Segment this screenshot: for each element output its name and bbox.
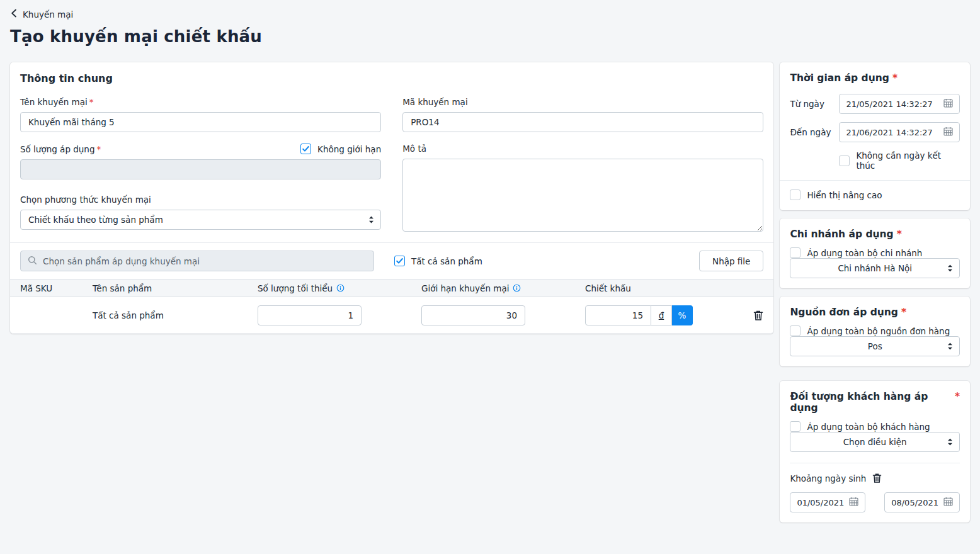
to-date-value: 21/06/2021 14:32:27 [846,128,932,137]
customer-condition-select[interactable]: Chọn điều kiện [790,432,960,452]
no-limit-checkbox-row[interactable]: Không giới hạn [300,144,381,154]
info-icon[interactable] [513,284,521,292]
calendar-icon[interactable] [943,98,953,110]
row-product-name: Tất cả sản phẩm [93,310,258,320]
from-date-label: Từ ngày [790,99,839,109]
col-sku: Mã SKU [20,283,52,293]
order-source-select[interactable]: Pos [790,336,960,356]
description-label: Mô tả [402,144,426,154]
min-qty-input[interactable] [258,305,362,325]
select-arrows-icon [947,264,954,273]
from-date-input[interactable]: 21/05/2021 14:32:27 [839,94,960,114]
time-panel-heading: Thời gian áp dụng [790,72,889,84]
all-sources-label: Áp dụng toàn bộ nguồn đơn hàng [807,326,950,336]
col-discount: Chiết khấu [585,283,631,293]
breadcrumb[interactable]: Khuyến mại [10,9,970,20]
unit-percent-button[interactable]: % [672,305,693,325]
select-arrows-icon [368,215,375,224]
promo-name-label: Tên khuyến mại [20,97,88,107]
branch-panel: Chi nhánh áp dụng * Áp dụng toàn bộ chi … [780,218,970,288]
all-branches-checkbox-row[interactable]: Áp dụng toàn bộ chi nhánh [790,247,960,258]
select-arrows-icon [947,342,954,351]
required-asterisk: * [901,307,906,318]
unit-currency-button[interactable]: đ [651,305,672,325]
calendar-icon[interactable] [943,127,953,138]
search-icon [28,256,37,267]
method-field-group: Chọn phương thức khuyến mại Chiết khấu t… [20,195,381,234]
panel-divider [780,180,970,181]
promo-code-input[interactable] [402,112,763,132]
required-asterisk: * [89,97,94,107]
general-info-heading: Thông tin chung [20,72,763,84]
to-date-input[interactable]: 21/06/2021 14:32:27 [839,122,960,142]
breadcrumb-label[interactable]: Khuyến mại [23,9,73,20]
page-title: Tạo khuyến mại chiết khấu [10,27,970,46]
select-arrows-icon [947,438,954,446]
required-asterisk: * [892,72,897,84]
promo-code-label: Mã khuyến mại [402,97,467,107]
from-date-value: 21/05/2021 14:32:27 [846,99,932,109]
branch-panel-heading: Chi nhánh áp dụng [790,229,893,240]
customer-panel: Đối tượng khách hàng áp dụng * Áp dụng t… [780,381,970,523]
customer-condition-select-value: Chọn điều kiện [798,437,942,447]
product-table-header: Mã SKU Tên sản phẩm Số lượng tối thiểu G… [10,279,773,297]
branch-select[interactable]: Chi nhánh Hà Nội [790,258,960,278]
all-sources-checkbox-row[interactable]: Áp dụng toàn bộ nguồn đơn hàng [790,325,960,336]
discount-input[interactable] [585,305,651,325]
promo-name-input[interactable] [20,112,381,132]
col-min-qty: Số lượng tối thiểu [258,283,333,293]
no-end-date-checkbox-row[interactable]: Không cần ngày kết thúc [839,150,960,171]
required-asterisk: * [897,229,902,240]
all-customers-checkbox-row[interactable]: Áp dụng toàn bộ khách hàng [790,421,960,432]
no-end-date-label: Không cần ngày kết thúc [856,150,960,171]
all-sources-checkbox[interactable] [790,325,801,336]
branch-select-value: Chi nhánh Hà Nội [798,263,942,273]
import-file-button[interactable]: Nhập file [699,251,763,271]
table-row: Tất cả sản phẩm đ % [10,297,773,334]
order-source-heading: Nguồn đơn áp dụng [790,307,898,318]
method-select[interactable]: Chiết khấu theo từng sản phẩm [20,210,381,230]
quantity-field-group: Số lượng áp dụng* Không giới hạn [20,144,381,183]
chevron-left-icon [10,9,18,20]
col-limit: Giới hạn khuyến mại [421,283,509,293]
to-date-label: Đến ngày [790,127,839,137]
all-products-checkbox[interactable] [394,256,405,266]
order-source-select-value: Pos [798,341,942,351]
limit-input[interactable] [421,305,525,325]
calendar-icon[interactable] [943,497,953,508]
all-customers-checkbox[interactable] [790,421,801,432]
quantity-label: Số lượng áp dụng [20,144,95,154]
advanced-checkbox-row[interactable]: Hiển thị nâng cao [790,189,960,200]
no-end-date-checkbox[interactable] [839,155,850,166]
advanced-checkbox[interactable] [790,189,801,200]
description-textarea[interactable] [402,159,763,232]
general-info-card: Thông tin chung Tên khuyến mại * Mã khuy… [10,62,773,334]
info-icon[interactable] [336,284,345,292]
all-products-checkbox-row[interactable]: Tất cả sản phẩm [394,256,482,266]
remove-birthday-condition-trash-icon[interactable] [872,473,882,483]
quantity-input [20,159,381,179]
birthday-from-input[interactable]: 01/05/2021 [790,492,865,512]
required-asterisk: * [955,391,960,414]
birthday-range-label: Khoảng ngày sinh [790,473,866,483]
delete-row-trash-icon[interactable] [753,310,763,321]
product-search-input [43,256,367,266]
discount-input-group: đ % [585,305,693,325]
all-branches-checkbox[interactable] [790,247,801,258]
panel-divider [790,463,960,463]
all-customers-label: Áp dụng toàn bộ khách hàng [807,422,930,432]
all-branches-label: Áp dụng toàn bộ chi nhánh [807,248,922,258]
advanced-label: Hiển thị nâng cao [807,190,882,200]
method-select-value: Chiết khấu theo từng sản phẩm [28,215,363,225]
promo-code-field-group: Mã khuyến mại [402,97,763,132]
birthday-to-input[interactable]: 08/05/2021 [884,492,960,512]
order-source-panel: Nguồn đơn áp dụng * Áp dụng toàn bộ nguồ… [780,297,970,366]
all-products-label: Tất cả sản phẩm [411,256,482,266]
calendar-icon[interactable] [849,497,858,508]
no-limit-label: Không giới hạn [317,144,381,154]
promo-name-field-group: Tên khuyến mại * [20,97,381,132]
method-label: Chọn phương thức khuyến mại [20,195,151,205]
no-limit-checkbox[interactable] [300,144,311,154]
birthday-from-value: 01/05/2021 [797,498,844,507]
product-search-box [20,251,374,271]
